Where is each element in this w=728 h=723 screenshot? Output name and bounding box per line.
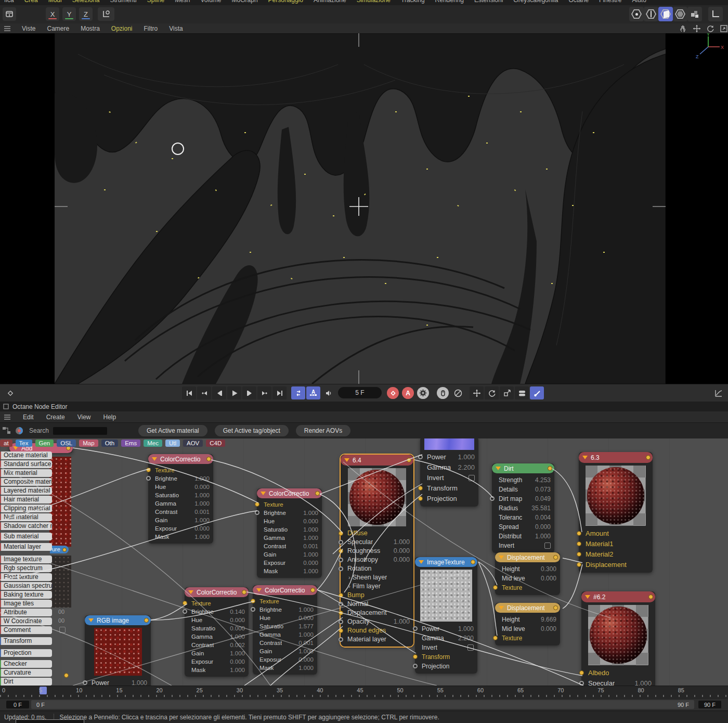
node-param-row[interactable]: Brightne0.140	[185, 608, 249, 615]
material-list-item[interactable]: Octane material	[0, 451, 52, 459]
node-material-6-4[interactable]: 6.4 DiffuseSpecular1.000Roughness0.000An…	[341, 455, 413, 647]
go-to-end-button[interactable]	[272, 386, 287, 399]
node-param-row[interactable]: Bump	[341, 591, 413, 599]
expand-arrow-icon[interactable]: ›	[348, 583, 350, 589]
hidden-param-checkbox[interactable]	[59, 627, 66, 633]
maximize-view-icon[interactable]	[720, 24, 728, 33]
collapse-triangle-icon[interactable]	[188, 590, 193, 594]
param-value[interactable]: 0.001	[191, 509, 210, 515]
collapse-triangle-icon[interactable]	[88, 618, 94, 622]
param-value[interactable]: 4.253	[532, 476, 551, 484]
param-value[interactable]: 1.000	[455, 625, 474, 632]
node-output-port[interactable]	[553, 605, 558, 610]
node-param-row[interactable]: Albedo	[581, 668, 655, 678]
collapse-triangle-icon[interactable]	[152, 457, 157, 461]
texture-list-item[interactable]: W Coordinate	[0, 617, 52, 625]
node-imagetexture-top[interactable]: Power1.000Gamma2.200InvertTransformProje…	[420, 438, 478, 507]
material-list-item[interactable]: Layered material	[0, 487, 52, 495]
render-view-button[interactable]	[629, 7, 644, 21]
node-param-row[interactable]: ›Film layer	[341, 582, 413, 590]
collapse-triangle-icon[interactable]	[499, 606, 504, 610]
node-output-port[interactable]	[648, 595, 653, 599]
menubar-item[interactable]: Modi	[48, 0, 62, 4]
material-list-item[interactable]: Material layer	[0, 543, 52, 551]
keying-settings-button[interactable]	[416, 386, 430, 399]
move-view-icon[interactable]	[693, 24, 701, 33]
category-tab[interactable]: Mec	[144, 440, 162, 447]
node-param-row[interactable]: Gamma1.000	[257, 534, 322, 541]
node-tree-icon[interactable]	[2, 426, 11, 435]
play-button[interactable]	[227, 386, 241, 399]
menubar-item[interactable]: Strumenti	[110, 0, 136, 4]
category-tab[interactable]: Tex	[16, 440, 32, 447]
node-param-row[interactable]: Displacement	[341, 609, 413, 617]
node-header[interactable]: #6.2	[581, 591, 655, 602]
param-value[interactable]: 0.000	[295, 615, 314, 621]
collapse-triangle-icon[interactable]	[344, 458, 349, 462]
node-output-port[interactable]	[553, 555, 558, 560]
hamburger-icon[interactable]	[4, 415, 10, 420]
node-param-row[interactable]: Exposur0.000	[148, 524, 213, 532]
node-header[interactable]: ColorCorrectio	[253, 585, 317, 595]
rotate-view-icon[interactable]	[706, 24, 714, 33]
param-port[interactable]	[413, 626, 418, 631]
viewport-3d[interactable]: Y X Z	[0, 33, 728, 384]
collapse-triangle-icon[interactable]	[582, 456, 588, 459]
node-output-port[interactable]	[242, 590, 246, 595]
node-param-row[interactable]: Mask1.000	[253, 664, 317, 672]
texture-list-item[interactable]: Checker	[0, 660, 52, 668]
param-value[interactable]: 0.000	[538, 575, 556, 582]
param-value[interactable]: 1.000	[295, 648, 314, 654]
node-editor-menu-item[interactable]: Edit	[23, 414, 34, 421]
node-param-row[interactable]: Opacity1.000	[341, 617, 413, 626]
param-port[interactable]	[146, 476, 151, 481]
hamburger-icon[interactable]	[4, 26, 10, 31]
category-tab[interactable]: at	[0, 440, 12, 447]
texture-list-item[interactable]: Rgb spectrum	[0, 564, 52, 572]
layer-manager-button[interactable]	[515, 386, 529, 399]
node-imagetexture[interactable]: ImageTexture Power1.000Gamma2.200InvertT…	[415, 557, 477, 674]
collapse-triangle-icon[interactable]	[419, 560, 424, 564]
param-value[interactable]: 0.000	[191, 484, 210, 490]
node-param-row[interactable]: Amount	[579, 528, 653, 538]
param-value[interactable]: 1.000	[532, 533, 551, 540]
param-port[interactable]	[146, 468, 151, 472]
param-value[interactable]: 0.004	[532, 514, 551, 521]
viewport-menu-item[interactable]: Filtro	[144, 25, 158, 32]
node-param-row[interactable]: Texture	[495, 634, 560, 642]
node-param-row[interactable]: Projection	[420, 494, 478, 503]
node-param-row[interactable]: Projection	[415, 662, 477, 670]
node-output-port[interactable]	[407, 458, 411, 462]
viewport-menu-item[interactable]: Vista	[169, 25, 183, 32]
node-param-row[interactable]: Exposur0.000	[257, 559, 322, 566]
node-param-row[interactable]: Brightne1.000	[148, 474, 213, 482]
param-port[interactable]	[579, 670, 584, 675]
node-param-row[interactable]: Gamma1.000	[185, 632, 249, 640]
menubar-item[interactable]: Seleziona	[72, 0, 100, 4]
menubar-item[interactable]: Tracking	[401, 0, 425, 4]
node-param-row[interactable]: Exposur0.000	[185, 657, 249, 665]
node-param-row[interactable]: Saturatio1.000	[148, 491, 213, 499]
move-tool-button[interactable]	[470, 386, 484, 399]
menubar-item[interactable]: MoGraph	[232, 0, 258, 4]
node-param-row[interactable]: Brightne1.000	[253, 605, 317, 613]
node-param-row[interactable]: Saturatio1.577	[253, 622, 317, 630]
node-param-row[interactable]: Transform	[415, 652, 477, 661]
texture-list-item[interactable]: Transform	[0, 637, 52, 645]
menubar-item[interactable]: Aiuto	[632, 0, 646, 4]
node-param-row[interactable]: Contrast0.001	[257, 542, 322, 550]
node-header[interactable]: 6.4	[341, 455, 413, 466]
node-header[interactable]: ColorCorrectio	[185, 587, 249, 597]
node-header[interactable]: RGB image	[85, 615, 151, 625]
node-param-row[interactable]: Material layer	[341, 635, 413, 643]
viewport-menu-item[interactable]: Opzioni	[111, 25, 133, 32]
menubar-item[interactable]: Estensioni	[474, 0, 503, 4]
param-port[interactable]	[255, 502, 259, 507]
node-param-row[interactable]: Normal	[341, 600, 413, 608]
param-port[interactable]	[339, 540, 343, 545]
viewport-menu-item[interactable]: Viste	[22, 25, 35, 32]
keyframe-diamond-icon[interactable]	[3, 386, 17, 399]
node-header[interactable]: ColorCorrectio	[257, 488, 322, 498]
material-list-item[interactable]: Null material	[0, 513, 52, 521]
collapse-triangle-icon[interactable]	[499, 556, 504, 559]
